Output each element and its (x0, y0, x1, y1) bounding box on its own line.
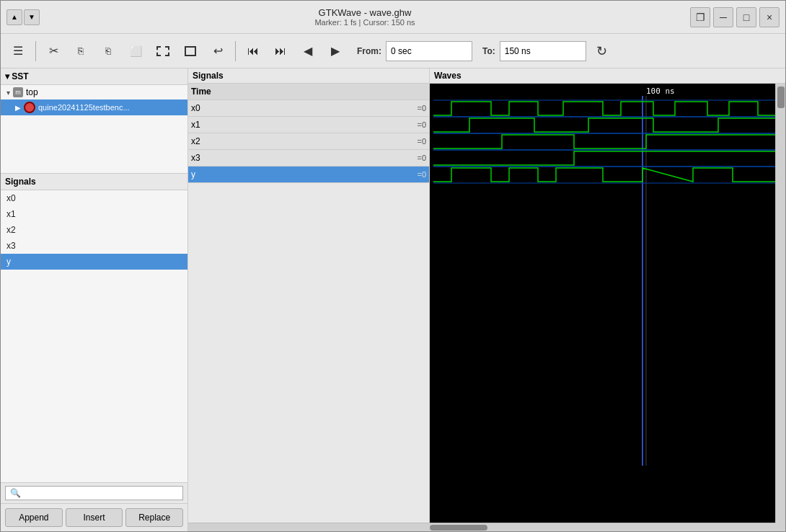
wave-scrollbar-thumb[interactable] (430, 525, 487, 531)
component-icon (24, 102, 35, 113)
zoom-fit-icon (185, 46, 196, 56)
cut-button[interactable]: ✂ (42, 40, 65, 63)
tree-expand-icon: ▾ (6, 89, 10, 97)
titlebar-arrows: ▲ ▼ (6, 9, 40, 25)
signal-item-x1[interactable]: x1 (1, 206, 187, 222)
first-button[interactable]: ⏮ (242, 40, 265, 63)
vscroll-thumb[interactable] (777, 87, 785, 108)
vscrollbar[interactable] (775, 84, 785, 523)
prev-button[interactable]: ◀ (296, 40, 319, 63)
window-title: GTKWave - wave.ghw (40, 7, 690, 18)
signal-row-time: Time (188, 84, 429, 100)
append-button[interactable]: Append (5, 508, 63, 527)
svg-rect-0 (430, 84, 775, 523)
main-window: ▲ ▼ GTKWave - wave.ghw Marker: 1 fs | Cu… (0, 0, 786, 532)
signals-scrollbar[interactable] (188, 523, 430, 531)
undo-icon: ↩ (213, 44, 223, 58)
signals-header: Signals (1, 174, 187, 190)
bottom-buttons: Append Insert Replace (1, 503, 187, 531)
insert-button[interactable]: Insert (66, 508, 123, 527)
from-label: From: (357, 46, 381, 56)
search-icon: 🔍 (10, 488, 21, 498)
menu-icon: ☰ (13, 44, 23, 58)
maximize-button[interactable]: □ (736, 7, 756, 27)
zoom-fit-button[interactable] (179, 40, 202, 63)
undo-button[interactable]: ↩ (206, 40, 229, 63)
tree-item-component[interactable]: ▶ quine20241125testbenc... (1, 99, 187, 115)
select-region-button[interactable] (151, 40, 175, 63)
from-group: From: (357, 41, 472, 61)
tree-arrow-icon: ▶ (15, 104, 21, 112)
vscroll-corner (775, 523, 785, 531)
svg-text:100 ns: 100 ns (646, 87, 675, 96)
first-icon: ⏮ (247, 45, 259, 58)
signal-item-x2[interactable]: x2 (1, 222, 187, 238)
reload-icon: ↻ (596, 43, 607, 59)
signal-value-x2: =0 (417, 137, 426, 146)
to-input[interactable] (500, 41, 586, 61)
replace-button[interactable]: Replace (125, 508, 183, 527)
close-button[interactable]: × (759, 7, 780, 27)
signal-row-x2: x2 =0 (188, 133, 429, 150)
signal-item-x0[interactable]: x0 (1, 190, 187, 206)
waves-col-header: Waves (430, 68, 785, 83)
paste-icon: ⎗ (105, 45, 111, 56)
titlebar-center: GTKWave - wave.ghw Marker: 1 fs | Cursor… (40, 7, 690, 27)
signal-value-y: =0 (417, 170, 426, 179)
tree-item-top[interactable]: ▾ m top (1, 85, 187, 99)
search-input-wrap: 🔍 (5, 486, 183, 500)
paste-button[interactable]: ⎗ (97, 40, 120, 63)
signals-section: Signals x0 x1 x2 x3 y (1, 174, 187, 482)
right-panel: Signals Waves Time x0 =0 x1 =0 (188, 68, 785, 531)
signal-value-x1: =0 (417, 120, 426, 129)
wave-area-header: Signals Waves (188, 68, 785, 84)
reload-button[interactable]: ↻ (591, 40, 614, 63)
tree-component-label: quine20241125testbenc... (38, 103, 130, 112)
signal-name-x3: x3 (191, 153, 417, 163)
select-all-icon: ⬜ (130, 45, 142, 57)
next-icon: ▶ (331, 44, 340, 58)
next-button[interactable]: ▶ (324, 40, 347, 63)
menu-button[interactable]: ☰ (6, 40, 30, 63)
waveform-column[interactable]: 100 ns (430, 84, 775, 523)
signal-value-x0: =0 (417, 104, 426, 112)
minimize-button[interactable]: ─ (713, 7, 733, 27)
signal-row-y: y =0 (188, 167, 429, 183)
search-input[interactable] (24, 488, 178, 498)
wave-scrollbar[interactable] (430, 523, 775, 531)
last-button[interactable]: ⏭ (269, 40, 292, 63)
main-content: ▾ SST ▾ m top ▶ quine20241125testbenc... (1, 68, 785, 531)
signal-row-x0: x0 =0 (188, 100, 429, 117)
signal-name-y: y (191, 169, 417, 179)
copy-button[interactable]: ⎘ (69, 40, 92, 63)
select-region-icon (156, 46, 169, 56)
wave-content: Time x0 =0 x1 =0 x2 =0 x3 (188, 84, 785, 523)
tree-spacer (1, 115, 187, 173)
arrow-up-btn[interactable]: ▲ (6, 9, 22, 25)
sst-header[interactable]: ▾ SST (1, 68, 187, 85)
signal-item-y[interactable]: y (1, 254, 187, 270)
sst-label: SST (12, 71, 28, 81)
window-controls: ❐ ─ □ × (690, 7, 780, 27)
search-area: 🔍 (1, 482, 187, 503)
cut-icon: ✂ (49, 44, 58, 58)
signal-name-x1: x1 (191, 120, 417, 130)
toolbar: ☰ ✂ ⎘ ⎗ ⬜ ↩ ⏮ ⏭ ◀ (1, 34, 785, 68)
titlebar: ▲ ▼ GTKWave - wave.ghw Marker: 1 fs | Cu… (1, 1, 785, 34)
arrow-down-btn[interactable]: ▼ (24, 9, 40, 25)
signal-name-x0: x0 (191, 103, 417, 113)
tb-sep-2 (235, 41, 236, 61)
tb-sep-1 (35, 41, 36, 61)
select-all-button[interactable]: ⬜ (124, 40, 147, 63)
window-subtitle: Marker: 1 fs | Cursor: 150 ns (40, 18, 690, 27)
left-panel: ▾ SST ▾ m top ▶ quine20241125testbenc... (1, 68, 188, 531)
signals-list: x0 x1 x2 x3 y (1, 190, 187, 482)
signal-item-x3[interactable]: x3 (1, 238, 187, 254)
to-group: To: (482, 41, 586, 61)
restore-button[interactable]: ❐ (690, 7, 710, 27)
signal-row-x3: x3 =0 (188, 150, 429, 167)
signals-col-header: Signals (188, 68, 430, 83)
from-input[interactable] (386, 41, 472, 61)
last-icon: ⏭ (275, 45, 286, 58)
to-label: To: (482, 46, 495, 56)
